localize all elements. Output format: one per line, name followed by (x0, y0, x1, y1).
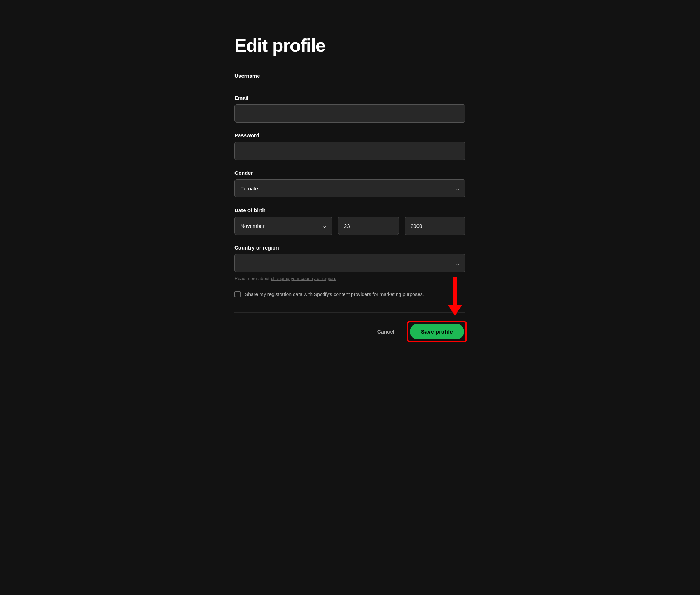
country-hint-link[interactable]: changing your country or region. (271, 276, 336, 281)
edit-profile-page: Edit profile Username Email Password Gen… (192, 21, 507, 362)
username-value (234, 82, 465, 85)
marketing-label: Share my registration data with Spotify'… (245, 291, 424, 298)
password-label: Password (234, 132, 465, 138)
gender-section: Gender Male Female Non-binary Other Pref… (234, 170, 465, 197)
dob-section: Date of birth January February March Apr… (234, 207, 465, 235)
marketing-checkbox[interactable] (234, 291, 241, 298)
dob-month-select[interactable]: January February March April May June Ju… (234, 217, 332, 235)
country-section: Country or region United States United K… (234, 245, 465, 281)
email-label: Email (234, 95, 465, 101)
country-hint-prefix: Read more about (234, 276, 271, 281)
dob-month-wrapper: January February March April May June Ju… (234, 217, 332, 235)
dob-day-wrapper (338, 217, 399, 235)
gender-label: Gender (234, 170, 465, 176)
password-section: Password (234, 132, 465, 160)
email-input[interactable] (234, 104, 465, 122)
cancel-button[interactable]: Cancel (372, 326, 400, 337)
arrow-annotation (448, 277, 462, 316)
gender-select-wrapper: Male Female Non-binary Other Prefer not … (234, 179, 465, 197)
username-label: Username (234, 73, 465, 79)
dob-day-input[interactable] (338, 217, 399, 235)
footer-row: Cancel Save profile (234, 322, 465, 341)
arrow-head (448, 305, 462, 316)
gender-select[interactable]: Male Female Non-binary Other Prefer not … (234, 179, 465, 197)
password-input[interactable] (234, 142, 465, 160)
country-hint: Read more about changing your country or… (234, 276, 465, 281)
save-button-wrapper: Save profile (408, 322, 465, 341)
arrow-shaft (453, 277, 457, 305)
page-title: Edit profile (234, 35, 465, 56)
username-section: Username (234, 73, 465, 85)
dob-row: January February March April May June Ju… (234, 217, 465, 235)
country-label: Country or region (234, 245, 465, 251)
dob-label: Date of birth (234, 207, 465, 213)
dob-year-input[interactable] (405, 217, 465, 235)
country-select-wrapper: United States United Kingdom Canada Aust… (234, 254, 465, 272)
email-section: Email (234, 95, 465, 122)
footer-divider (234, 312, 465, 313)
country-select[interactable]: United States United Kingdom Canada Aust… (234, 254, 465, 272)
save-button[interactable]: Save profile (410, 324, 464, 340)
marketing-checkbox-row: Share my registration data with Spotify'… (234, 291, 465, 298)
dob-year-wrapper (405, 217, 465, 235)
